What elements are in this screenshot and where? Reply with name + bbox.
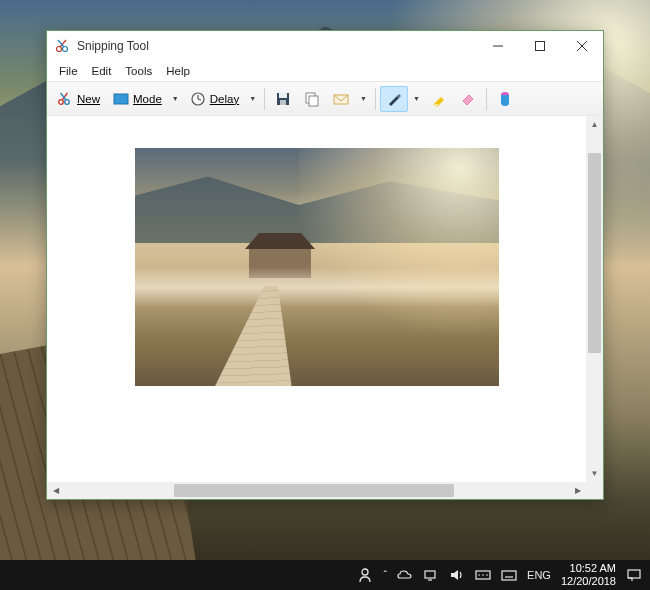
close-button[interactable]: [561, 31, 603, 61]
svg-point-8: [59, 99, 64, 104]
menubar: File Edit Tools Help: [47, 61, 603, 81]
canvas-area[interactable]: ▲ ▼ ◀ ▶: [47, 115, 603, 499]
mode-button[interactable]: Mode: [107, 86, 168, 112]
svg-rect-12: [114, 94, 128, 104]
delay-label: Delay: [210, 93, 239, 105]
svg-point-24: [362, 569, 368, 575]
taskbar-clock[interactable]: 10:52 AM 12/20/2018: [561, 562, 616, 588]
menu-help[interactable]: Help: [160, 63, 196, 79]
svg-rect-32: [502, 571, 516, 580]
highlighter-icon: [431, 91, 447, 107]
svg-point-0: [57, 47, 62, 52]
svg-rect-34: [628, 570, 640, 578]
scroll-left-icon[interactable]: ◀: [47, 482, 64, 499]
pen-button[interactable]: [380, 86, 408, 112]
svg-rect-17: [279, 93, 287, 98]
language-indicator[interactable]: ENG: [527, 569, 551, 581]
scroll-down-icon[interactable]: ▼: [586, 465, 603, 482]
onedrive-icon[interactable]: [397, 567, 413, 583]
eraser-icon: [460, 91, 476, 107]
pen-icon: [386, 91, 402, 107]
svg-rect-18: [280, 100, 286, 105]
snipping-tool-window: Snipping Tool File Edit Tools Help: [46, 30, 604, 500]
toolbar-separator: [264, 88, 265, 110]
pen-dropdown[interactable]: ▼: [409, 86, 424, 112]
volume-icon[interactable]: [449, 567, 465, 583]
send-button[interactable]: [327, 86, 355, 112]
maximize-button[interactable]: [519, 31, 561, 61]
save-icon: [275, 91, 291, 107]
toolbar: New Mode ▼ Delay ▼: [47, 81, 603, 115]
minimize-button[interactable]: [477, 31, 519, 61]
svg-rect-20: [309, 96, 318, 106]
mode-dropdown[interactable]: ▼: [168, 86, 183, 112]
toolbar-separator: [375, 88, 376, 110]
save-button[interactable]: [269, 86, 297, 112]
mode-label: Mode: [133, 93, 162, 105]
snipping-tool-app-icon: [55, 38, 71, 54]
hscroll-thumb[interactable]: [174, 484, 454, 497]
tray-expand-icon[interactable]: ˆ: [383, 569, 387, 581]
svg-point-1: [63, 47, 68, 52]
svg-point-30: [482, 574, 484, 576]
highlighter-button[interactable]: [425, 86, 453, 112]
vscroll-thumb[interactable]: [588, 153, 601, 353]
svg-rect-22: [433, 104, 438, 106]
paint3d-icon: [497, 91, 513, 107]
rectangle-mode-icon: [113, 91, 129, 107]
people-icon[interactable]: [357, 567, 373, 583]
copy-button[interactable]: [298, 86, 326, 112]
scroll-up-icon[interactable]: ▲: [586, 116, 603, 133]
svg-marker-27: [451, 570, 458, 580]
menu-file[interactable]: File: [53, 63, 84, 79]
new-button[interactable]: New: [51, 86, 106, 112]
delay-button[interactable]: Delay: [184, 86, 245, 112]
menu-tools[interactable]: Tools: [119, 63, 158, 79]
horizontal-scrollbar[interactable]: ◀ ▶: [47, 482, 586, 499]
taskbar[interactable]: ˆ ENG 10:52 AM 12/20/2018: [0, 560, 650, 590]
copy-icon: [304, 91, 320, 107]
svg-point-31: [486, 574, 488, 576]
menu-edit[interactable]: Edit: [86, 63, 118, 79]
send-dropdown[interactable]: ▼: [356, 86, 371, 112]
new-label: New: [77, 93, 100, 105]
paint3d-button[interactable]: [491, 86, 519, 112]
captured-screenshot: [135, 148, 499, 386]
keyboard-icon[interactable]: [501, 567, 517, 583]
toolbar-separator: [486, 88, 487, 110]
envelope-icon: [333, 91, 349, 107]
action-center-icon[interactable]: [626, 567, 642, 583]
delay-dropdown[interactable]: ▼: [245, 86, 260, 112]
clock-date: 12/20/2018: [561, 575, 616, 588]
eraser-button[interactable]: [454, 86, 482, 112]
svg-point-9: [65, 99, 70, 104]
scroll-corner: [586, 482, 603, 499]
svg-rect-5: [536, 42, 545, 51]
input-indicator-icon[interactable]: [475, 567, 491, 583]
scissors-icon: [57, 91, 73, 107]
network-icon[interactable]: [423, 567, 439, 583]
window-title: Snipping Tool: [77, 39, 477, 53]
titlebar[interactable]: Snipping Tool: [47, 31, 603, 61]
clock-time: 10:52 AM: [561, 562, 616, 575]
svg-point-29: [478, 574, 480, 576]
clock-icon: [190, 91, 206, 107]
svg-rect-25: [425, 571, 435, 578]
vertical-scrollbar[interactable]: ▲ ▼: [586, 116, 603, 482]
scroll-right-icon[interactable]: ▶: [569, 482, 586, 499]
